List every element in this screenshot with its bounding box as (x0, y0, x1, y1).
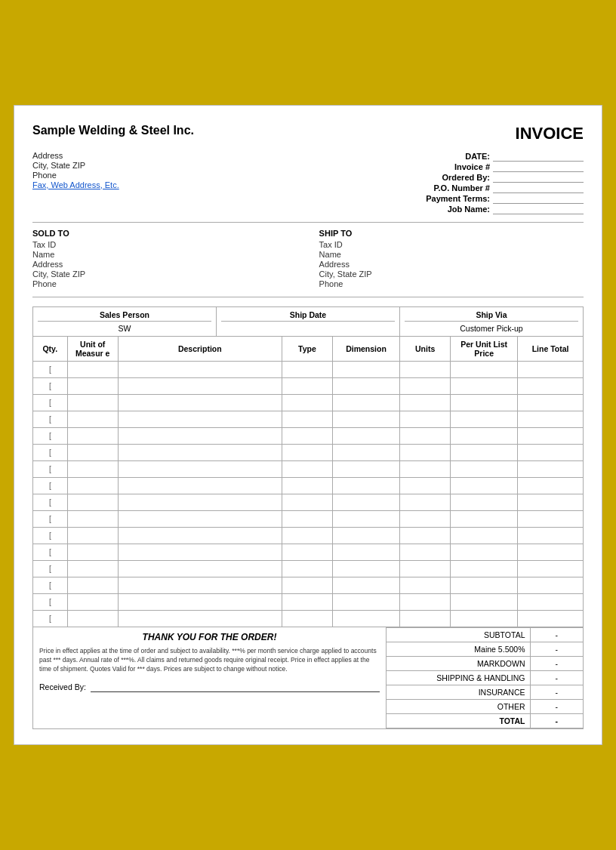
table-cell (451, 362, 518, 378)
table-cell (282, 478, 332, 494)
table-cell (118, 445, 282, 461)
table-cell (451, 561, 518, 577)
table-cell (518, 478, 584, 494)
table-cell (399, 611, 450, 627)
sold-to-name: Name (32, 250, 297, 259)
signature-line (91, 682, 380, 692)
table-cell (518, 445, 584, 461)
date-label: DATE: (424, 151, 493, 162)
company-phone: Phone (32, 171, 119, 180)
table-cell (282, 428, 332, 445)
table-cell (333, 378, 400, 395)
invoice-page: Sample Welding & Steel Inc. INVOICE Addr… (14, 105, 602, 746)
table-cell: [ (33, 561, 68, 577)
sold-to-phone: Phone (32, 279, 297, 288)
ship-to-phone: Phone (319, 279, 584, 288)
table-cell: [ (33, 544, 68, 561)
shipping-value: - (530, 671, 583, 685)
invoice-meta: DATE: Invoice # Ordered By: P.O. Number … (424, 151, 584, 215)
table-cell (399, 395, 450, 411)
markdown-label: MARKDOWN (387, 657, 530, 671)
ship-via-cell: Ship Via Customer Pick-up (400, 307, 583, 336)
table-cell: [ (33, 411, 68, 428)
table-cell (451, 478, 518, 494)
ship-date-label: Ship Date (221, 310, 395, 322)
table-cell (399, 494, 450, 511)
table-cell: [ (33, 528, 68, 544)
sold-to-block: SOLD TO Tax ID Name Address City, State … (32, 229, 297, 289)
col-line-total: Line Total (518, 337, 584, 362)
table-cell (399, 362, 450, 378)
table-cell (67, 362, 118, 378)
company-address: Address (32, 151, 119, 160)
table-cell (67, 461, 118, 478)
table-cell (333, 411, 400, 428)
insurance-value: - (530, 685, 583, 700)
col-unit-price: Per Unit List Price (451, 337, 518, 362)
table-cell (451, 511, 518, 528)
table-cell (67, 577, 118, 594)
invoice-num-value (493, 162, 584, 172)
table-cell (67, 478, 118, 494)
addresses: SOLD TO Tax ID Name Address City, State … (32, 229, 584, 297)
table-cell (399, 544, 450, 561)
ship-to-block: SHIP TO Tax ID Name Address City, State … (319, 229, 584, 289)
subtotal-label: SUBTOTAL (387, 628, 530, 642)
table-cell (399, 528, 450, 544)
table-cell (451, 378, 518, 395)
table-cell (451, 594, 518, 611)
ship-to-title: SHIP TO (319, 229, 584, 238)
table-cell (451, 494, 518, 511)
table-cell (518, 411, 584, 428)
table-cell (118, 561, 282, 577)
table-cell (118, 461, 282, 478)
table-cell: [ (33, 395, 68, 411)
table-cell (282, 594, 332, 611)
subtotal-value: - (530, 628, 583, 642)
po-number-label: P.O. Number # (424, 183, 493, 193)
table-cell (451, 611, 518, 627)
received-by-label: Received By: (39, 682, 86, 691)
total-value: - (530, 714, 583, 728)
table-cell (333, 544, 400, 561)
table-cell: [ (33, 362, 68, 378)
table-cell (333, 561, 400, 577)
total-label: TOTAL (387, 714, 530, 728)
ship-to-taxid: Tax ID (319, 240, 584, 249)
table-cell (118, 478, 282, 494)
info-section: Address City, State ZIP Phone Fax, Web A… (32, 151, 584, 223)
table-cell: [ (33, 594, 68, 611)
thank-you-text: THANK YOU FOR THE ORDER! (39, 632, 380, 642)
table-cell (282, 378, 332, 395)
company-fax-link[interactable]: Fax, Web Address, Etc. (32, 180, 119, 189)
table-cell: [ (33, 494, 68, 511)
company-name: Sample Welding & Steel Inc. (32, 124, 194, 137)
table-cell (518, 594, 584, 611)
tax-label: Maine 5.500% (387, 642, 530, 657)
table-cell (333, 528, 400, 544)
table-cell (118, 428, 282, 445)
ship-to-address: Address (319, 260, 584, 269)
table-cell (118, 378, 282, 395)
table-cell (282, 461, 332, 478)
table-cell (451, 428, 518, 445)
table-cell (399, 411, 450, 428)
table-cell: [ (33, 378, 68, 395)
ordered-by-value (493, 172, 584, 183)
fine-print: Price in effect applies at the time of o… (39, 647, 380, 674)
table-cell (67, 445, 118, 461)
table-cell (518, 395, 584, 411)
company-city: City, State ZIP (32, 161, 119, 170)
table-cell (67, 378, 118, 395)
table-cell (518, 494, 584, 511)
table-cell (518, 511, 584, 528)
table-cell (118, 494, 282, 511)
table-cell (118, 611, 282, 627)
table-cell (67, 494, 118, 511)
table-cell (333, 445, 400, 461)
col-type: Type (282, 337, 332, 362)
job-name-value (493, 204, 584, 214)
table-cell (451, 461, 518, 478)
footer-right: SUBTOTAL - Maine 5.500% - MARKDOWN - SHI… (387, 627, 583, 728)
items-table: Qty. Unit of Measur e Description Type D… (32, 336, 584, 627)
